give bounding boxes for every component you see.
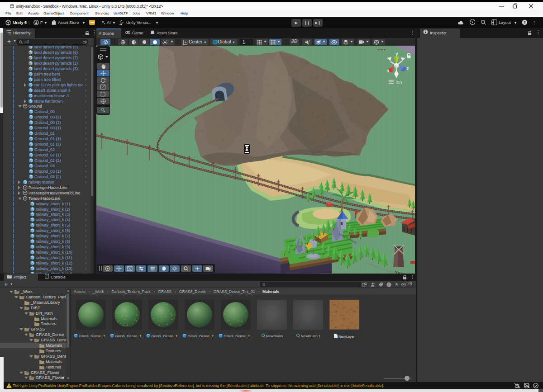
- svg-text:y: y: [395, 52, 398, 57]
- svg-text:z: z: [407, 66, 409, 71]
- svg-text:x: x: [387, 68, 390, 73]
- svg-text:?: ?: [524, 20, 526, 24]
- svg-text:Iso: Iso: [395, 80, 402, 85]
